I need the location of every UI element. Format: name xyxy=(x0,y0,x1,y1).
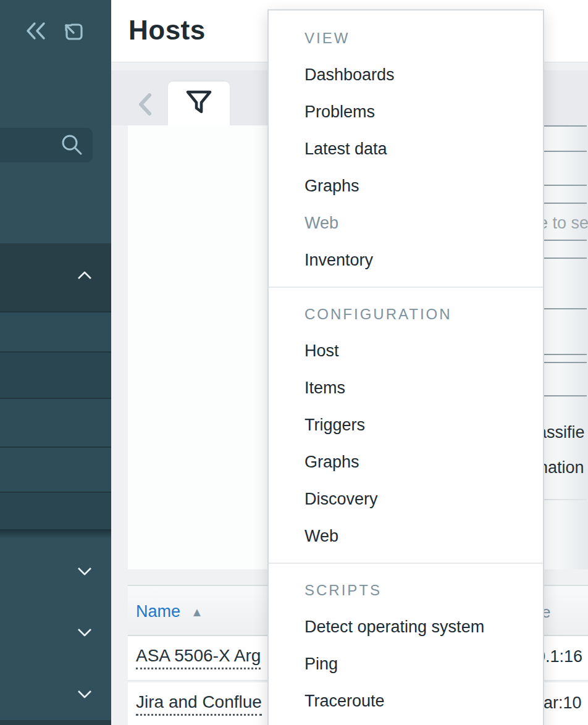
sidebar-section-collapsed[interactable] xyxy=(0,663,111,724)
input-border xyxy=(542,258,587,259)
sidebar-section-expanded[interactable] xyxy=(0,243,111,311)
page-title: Hosts xyxy=(128,15,206,46)
filter-tab[interactable] xyxy=(168,82,230,125)
search-icon xyxy=(61,133,84,159)
menu-section-title: CONFIGURATION xyxy=(269,296,543,332)
host-context-menu: VIEW Dashboards Problems Latest data Gra… xyxy=(267,9,544,725)
menu-section-title: SCRIPTS xyxy=(269,572,543,608)
menu-item-discovery[interactable]: Discovery xyxy=(269,480,543,518)
menu-item-inventory[interactable]: Inventory xyxy=(269,241,543,279)
menu-section-scripts: SCRIPTS Detect operating system Ping Tra… xyxy=(269,572,543,719)
chevron-up-icon xyxy=(76,270,93,283)
menu-item-items[interactable]: Items xyxy=(269,369,543,406)
host-name-link[interactable]: Jira and Conflue xyxy=(136,692,262,716)
sidebar-section-collapsed[interactable] xyxy=(0,540,111,601)
input-border xyxy=(542,308,587,309)
interface-fragment: ar:10 xyxy=(544,694,582,713)
menu-item-graphs[interactable]: Graphs xyxy=(269,167,543,204)
input-border xyxy=(542,354,587,355)
expand-icon xyxy=(62,34,85,44)
scroll-tabs-left-button[interactable] xyxy=(137,91,153,120)
menu-section-view: VIEW Dashboards Problems Latest data Gra… xyxy=(269,20,543,279)
column-header-name[interactable]: Name xyxy=(136,602,180,621)
menu-item-latest-data[interactable]: Latest data xyxy=(269,130,543,167)
sidebar-section-edge xyxy=(0,720,111,725)
input-border xyxy=(542,151,587,152)
menu-item-triggers[interactable]: Triggers xyxy=(269,406,543,443)
menu-section-configuration: CONFIGURATION Host Items Triggers Graphs… xyxy=(269,296,543,555)
input-border xyxy=(542,362,587,363)
menu-item-graphs-config[interactable]: Graphs xyxy=(269,443,543,480)
severity-label-fragment[interactable]: nation xyxy=(539,458,584,477)
sort-ascending-icon: ▲ xyxy=(191,605,203,619)
sidebar-shadow xyxy=(0,529,111,539)
menu-item-ping[interactable]: Ping xyxy=(269,645,543,682)
host-name-link[interactable]: ASA 5506-X Arg xyxy=(136,646,261,669)
sidebar-submenu-item[interactable] xyxy=(0,493,111,529)
menu-item-traceroute[interactable]: Traceroute xyxy=(269,682,543,719)
sidebar-submenu-item[interactable] xyxy=(0,448,111,492)
sidebar-search-input[interactable] xyxy=(0,128,93,162)
input-border xyxy=(542,240,587,241)
menu-divider xyxy=(269,287,543,288)
menu-section-title: VIEW xyxy=(269,20,543,56)
menu-item-web-config[interactable]: Web xyxy=(269,518,543,555)
input-border xyxy=(542,395,587,396)
menu-item-problems[interactable]: Problems xyxy=(269,93,543,130)
panel-edge-fade xyxy=(545,125,588,569)
sidebar-submenu-item[interactable] xyxy=(0,399,111,446)
input-border xyxy=(542,203,587,204)
menu-item-host[interactable]: Host xyxy=(269,332,543,369)
collapse-sidebar-button[interactable] xyxy=(25,20,48,44)
filter-search-placeholder-fragment[interactable]: e to se xyxy=(539,214,588,233)
sidebar-submenu-item[interactable] xyxy=(0,312,111,351)
chevron-double-left-icon xyxy=(25,33,48,43)
input-border xyxy=(542,125,587,127)
expand-sidebar-button[interactable] xyxy=(62,20,85,44)
menu-divider xyxy=(269,563,543,564)
sidebar-section-collapsed[interactable] xyxy=(0,601,111,662)
menu-item-detect-os[interactable]: Detect operating system xyxy=(269,608,543,645)
sidebar-submenu-item[interactable] xyxy=(0,353,111,398)
input-border xyxy=(542,185,587,186)
divider xyxy=(542,499,587,500)
sidebar xyxy=(0,0,111,725)
menu-item-web-current: Web xyxy=(269,204,543,241)
severity-label-fragment[interactable]: assifie xyxy=(537,423,585,442)
menu-item-dashboards[interactable]: Dashboards xyxy=(269,56,543,93)
